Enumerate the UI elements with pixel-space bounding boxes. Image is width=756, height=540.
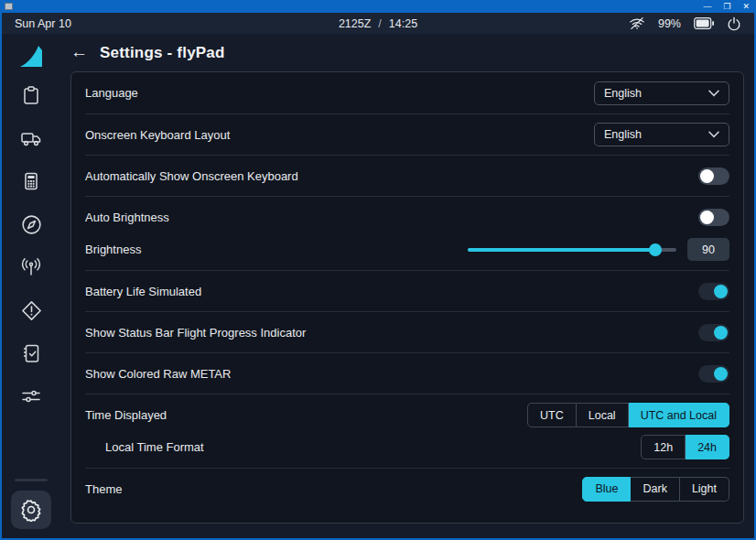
battery-icon xyxy=(694,17,714,29)
flight-progress-label: Show Status Bar Flight Progress Indicato… xyxy=(85,326,306,340)
auto-show-keyboard-label: Automatically Show Onscreen Keyboard xyxy=(85,169,298,183)
local-time-format-option-24h[interactable]: 24h xyxy=(686,435,729,459)
flight-progress-toggle[interactable] xyxy=(698,324,729,341)
status-date: Sun Apr 10 xyxy=(15,17,71,30)
back-arrow-icon[interactable]: ← xyxy=(70,43,88,60)
local-time-format-label: Local Time Format xyxy=(85,440,204,454)
brightness-slider[interactable] xyxy=(468,243,676,256)
theme-option-light[interactable]: Light xyxy=(680,477,729,502)
brightness-slider-fill xyxy=(468,248,655,252)
flybywire-logo-icon xyxy=(17,45,45,72)
auto-brightness-toggle[interactable] xyxy=(698,209,729,226)
time-displayed-option-utc-and-local[interactable]: UTC and Local xyxy=(629,403,729,427)
local-time-format-segmented: 12h 24h xyxy=(641,435,729,459)
app-icon xyxy=(5,3,13,10)
sidebar-item-ground-services[interactable] xyxy=(19,126,43,150)
language-label: Language xyxy=(85,86,138,100)
app-window: — ❐ ✕ Sun Apr 10 2125Z / 14:25 xyxy=(0,0,756,540)
keyboard-layout-label: Onscreen Keyboard Layout xyxy=(85,128,230,142)
status-utc-time: 2125Z xyxy=(339,17,371,30)
sidebar-item-performance[interactable] xyxy=(19,169,43,193)
time-displayed-option-utc[interactable]: UTC xyxy=(527,403,577,427)
brightness-label: Brightness xyxy=(85,243,141,256)
status-local-time: 14:25 xyxy=(389,17,417,30)
chevron-down-icon xyxy=(708,131,719,138)
settings-panel: Language English Onscreen Keyboard Layou… xyxy=(70,71,744,524)
time-displayed-option-local[interactable]: Local xyxy=(577,403,629,427)
time-displayed-label: Time Displayed xyxy=(85,408,167,422)
battery-life-toggle[interactable] xyxy=(698,283,729,300)
setting-row-theme: Theme Blue Dark Light xyxy=(85,468,729,509)
setting-row-colored-metar: Show Colored Raw METAR xyxy=(85,352,729,394)
brightness-slider-knob[interactable] xyxy=(649,243,662,256)
setting-group-time: Time Displayed UTC Local UTC and Local L… xyxy=(85,394,729,468)
time-displayed-segmented: UTC Local UTC and Local xyxy=(527,403,729,427)
sidebar-item-navigation[interactable] xyxy=(19,212,43,236)
setting-row-keyboard-layout: Onscreen Keyboard Layout English xyxy=(85,113,729,155)
theme-label: Theme xyxy=(85,482,122,496)
sidebar-item-dashboard[interactable] xyxy=(19,83,43,107)
theme-segmented: Blue Dark Light xyxy=(582,477,729,502)
setting-row-battery-life: Battery Life Simulated xyxy=(85,270,729,311)
setting-row-local-time-format: Local Time Format 12h 24h xyxy=(85,435,729,459)
os-titlebar: — ❐ ✕ xyxy=(0,0,756,13)
colored-metar-toggle[interactable] xyxy=(698,365,729,383)
page-title: Settings - flyPad xyxy=(100,44,225,62)
status-bar: Sun Apr 10 2125Z / 14:25 99% xyxy=(2,13,754,34)
sidebar-item-atc[interactable] xyxy=(19,255,43,279)
sidebar-item-checklists[interactable] xyxy=(19,341,43,365)
gear-icon xyxy=(19,498,43,522)
setting-group-brightness: Auto Brightness Brightness xyxy=(85,196,729,270)
sidebar-item-presets[interactable] xyxy=(19,384,43,408)
status-time-separator: / xyxy=(378,17,381,30)
wifi-off-icon xyxy=(629,16,645,30)
sidebar-item-settings[interactable] xyxy=(11,491,51,529)
setting-row-time-displayed: Time Displayed UTC Local UTC and Local xyxy=(85,403,729,427)
close-button[interactable]: ✕ xyxy=(742,3,750,11)
maximize-button[interactable]: ❐ xyxy=(723,3,730,11)
language-value: English xyxy=(604,87,642,100)
window-frame: Sun Apr 10 2125Z / 14:25 99% xyxy=(2,13,754,538)
battery-percent: 99% xyxy=(658,17,681,30)
battery-life-label: Battery Life Simulated xyxy=(85,285,201,298)
brightness-value: 90 xyxy=(687,238,729,261)
auto-show-keyboard-toggle[interactable] xyxy=(698,167,729,185)
minimize-button[interactable]: — xyxy=(703,3,711,11)
setting-row-language: Language English xyxy=(85,72,729,113)
local-time-format-option-12h[interactable]: 12h xyxy=(641,435,686,459)
chevron-down-icon xyxy=(708,90,719,97)
colored-metar-label: Show Colored Raw METAR xyxy=(85,367,231,381)
auto-brightness-label: Auto Brightness xyxy=(85,211,169,224)
sidebar xyxy=(2,34,60,538)
setting-row-brightness: Brightness 90 xyxy=(85,237,729,262)
sidebar-divider xyxy=(15,479,48,481)
keyboard-layout-value: English xyxy=(604,128,642,141)
theme-option-blue[interactable]: Blue xyxy=(582,477,631,502)
power-icon[interactable] xyxy=(727,16,741,31)
setting-row-auto-brightness: Auto Brightness xyxy=(85,205,729,230)
language-dropdown[interactable]: English xyxy=(594,81,729,105)
setting-row-auto-show-keyboard: Automatically Show Onscreen Keyboard xyxy=(85,155,729,196)
setting-row-flight-progress: Show Status Bar Flight Progress Indicato… xyxy=(85,311,729,352)
theme-option-dark[interactable]: Dark xyxy=(631,477,679,502)
keyboard-layout-dropdown[interactable]: English xyxy=(594,123,729,146)
sidebar-item-failures[interactable] xyxy=(19,298,43,322)
